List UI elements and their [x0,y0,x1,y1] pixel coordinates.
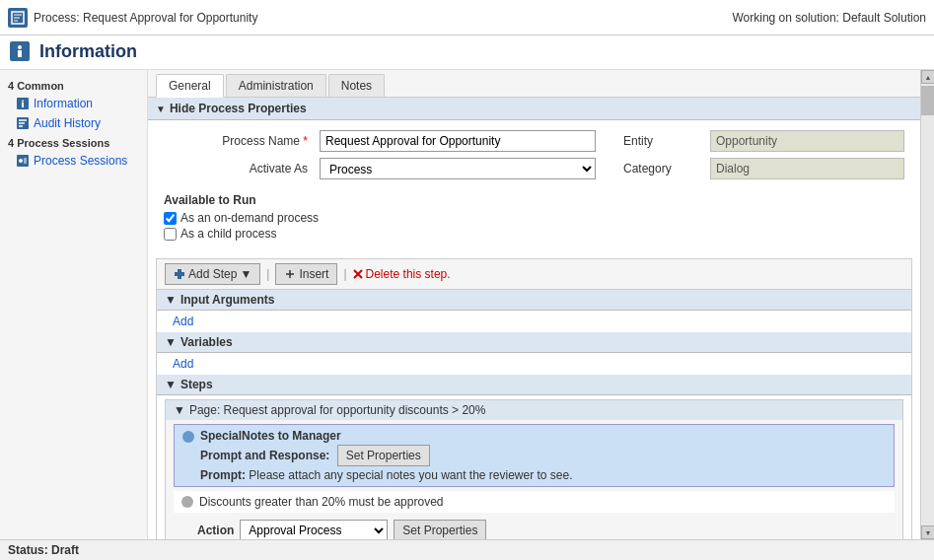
variables-arrow: ▼ [165,335,177,349]
set-properties-button-2[interactable]: Set Properties [394,520,486,539]
sidebar-item-process-sessions-label: Process Sessions [34,154,127,168]
steps-title: Steps [180,378,213,391]
scroll-thumb[interactable] [921,86,934,115]
process-icon [8,8,28,28]
available-to-run-section: Available to Run As an on-demand process… [148,189,920,250]
add-step-button[interactable]: Add Step ▼ [165,263,260,285]
sidebar-group-process: 4 Process Sessions [0,133,147,151]
step-prompt: Prompt: Please attach any special notes … [200,468,886,482]
steps-arrow: ▼ [165,378,177,391]
add-step-label: Add Step [188,267,237,281]
status-label: Status: [8,543,48,557]
prompt-label: Prompt: [200,468,246,482]
prompt-response-label: Prompt and Response: [200,449,329,462]
delete-icon [353,269,363,279]
category-label: Category [604,162,702,175]
on-demand-label: As an on-demand process [180,211,319,225]
child-process-checkbox[interactable] [164,228,177,241]
entity-value [710,130,904,152]
page-header-title: Information [39,41,137,62]
child-process-label: As a child process [180,227,276,241]
insert-label: Insert [299,267,328,281]
sidebar-item-information[interactable]: Information [0,94,147,113]
activate-as-label: Activate As [164,162,312,175]
page-item: ▼ Page: Request approval for opportunity… [165,399,903,539]
input-arguments-header[interactable]: ▼ Input Arguments [157,290,911,311]
input-arrow: ▼ [165,293,177,307]
status-bar: Status: Draft [0,539,934,560]
sidebar-item-information-label: Information [34,97,93,110]
main-content: 4 Common Information Audit History 4 Pro… [0,70,934,539]
toolbar-sep-2: | [343,267,346,281]
scroll-down-button[interactable]: ▼ [921,525,934,539]
working-on-label: Working on solution: Default Solution [732,11,926,25]
toolbar-sep-1: | [266,267,269,281]
step-title: SpecialNotes to Manager [200,429,886,443]
svg-point-2 [18,45,22,49]
sidebar-item-audit-history-label: Audit History [34,116,101,130]
process-properties-form: Process Name Entity Activate As Process … [148,120,920,189]
scroll-track [921,84,934,525]
audit-icon [16,116,30,130]
variables-header[interactable]: ▼ Variables [157,332,911,353]
sidebar: 4 Common Information Audit History 4 Pro… [0,70,148,539]
step-prompt-response: Prompt and Response: Set Properties [200,445,886,466]
process-properties-title: Hide Process Properties [170,102,307,115]
insert-button[interactable]: Insert [275,263,337,285]
discount-row: Discounts greater than 20% must be appro… [174,491,895,513]
content-area: ▼ Hide Process Properties Process Name E… [148,98,920,539]
action-select[interactable]: Approval Process [240,520,388,539]
sidebar-item-process-sessions[interactable]: Process Sessions [0,151,147,171]
steps-header[interactable]: ▼ Steps [157,375,911,395]
child-process-row: As a child process [164,227,904,241]
discount-bullet [181,496,193,508]
page-title: Page: Request approval for opportunity d… [189,403,486,417]
top-bar: Process: Request Approval for Opportunit… [0,0,934,35]
available-to-run-title: Available to Run [164,193,904,207]
scroll-up-button[interactable]: ▲ [921,70,934,84]
process-name-input[interactable] [320,130,596,152]
discount-text: Discounts greater than 20% must be appro… [199,495,443,509]
status-value: Draft [51,543,79,557]
info-icon [16,97,30,110]
page-item-header: ▼ Page: Request approval for opportunity… [166,400,902,420]
svg-point-5 [22,101,24,103]
collapse-arrow: ▼ [156,104,166,114]
delete-step-link[interactable]: Delete this step. [353,267,451,281]
step-inner: SpecialNotes to Manager Prompt and Respo… [200,429,886,482]
special-notes-step: SpecialNotes to Manager Prompt and Respo… [174,424,895,487]
svg-rect-6 [22,103,24,107]
process-toolbar: Add Step ▼ | Insert | Delete this step. [156,258,912,290]
set-properties-button-1[interactable]: Set Properties [337,445,430,466]
sidebar-item-audit-history[interactable]: Audit History [0,113,147,133]
top-bar-left: Process: Request Approval for Opportunit… [8,8,257,28]
svg-point-9 [19,159,23,163]
add-variables-link[interactable]: Add [173,357,193,371]
tab-general[interactable]: General [156,74,224,98]
step-bullet [182,431,194,443]
tab-notes[interactable]: Notes [328,74,385,97]
tab-administration[interactable]: Administration [226,74,326,97]
page-arrow: ▼ [174,403,185,417]
process-properties-header[interactable]: ▼ Hide Process Properties [148,98,920,120]
action-row: Action Approval Process Set Properties [166,517,902,539]
right-scrollbar: ▲ ▼ [920,70,934,539]
variables-content: Add [157,353,911,375]
delete-label: Delete this step. [366,267,451,281]
activate-as-select[interactable]: Process [320,158,596,179]
process-name-label: Process Name [164,134,312,148]
add-step-arrow: ▼ [240,267,251,281]
right-panel: General Administration Notes ▼ Hide Proc… [148,70,920,539]
svg-rect-3 [18,50,22,57]
page-header: Information [0,35,934,70]
process-sessions-icon [16,154,30,168]
input-arguments-title: Input Arguments [180,293,275,307]
add-input-link[interactable]: Add [173,315,193,328]
entity-label: Entity [604,134,702,148]
prompt-text: Please attach any special notes you want… [249,468,572,482]
action-label: Action [197,524,234,537]
process-body: ▼ Input Arguments Add ▼ Variables Add ▼ [156,290,912,539]
activate-as-wrapper: Process [320,158,596,179]
input-arguments-content: Add [157,311,911,332]
on-demand-checkbox[interactable] [164,212,177,225]
